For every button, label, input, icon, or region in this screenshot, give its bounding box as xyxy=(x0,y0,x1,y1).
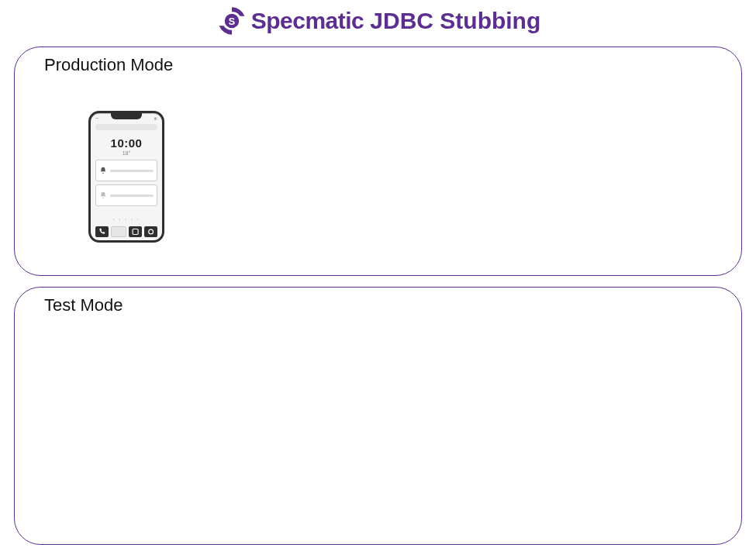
phone-time: 10:00 xyxy=(91,136,162,150)
page-header: S Specmatic JDBC Stubbing xyxy=(0,0,756,37)
production-panel: Production Mode •••▮▯ 10:00 18° • • • • … xyxy=(14,46,742,276)
production-panel-label: Production Mode xyxy=(44,55,173,75)
svg-rect-2 xyxy=(133,229,138,235)
bell-icon xyxy=(99,188,107,202)
svg-text:S: S xyxy=(229,16,235,27)
phone-app-icon xyxy=(111,226,126,237)
phone-notification-card xyxy=(95,184,157,206)
phone-page-dots: • • • • • xyxy=(91,217,162,222)
phone-weather: 18° xyxy=(91,150,162,156)
test-panel-label: Test Mode xyxy=(44,295,123,315)
phone-illustration: •••▮▯ 10:00 18° • • • • • xyxy=(88,111,164,243)
placeholder-line xyxy=(110,170,154,172)
phone-dock xyxy=(95,226,157,237)
phone-app-icon xyxy=(144,226,157,237)
brand-name: Specmatic xyxy=(251,8,364,34)
phone-app-icon xyxy=(95,226,109,237)
bell-icon xyxy=(99,164,107,177)
test-panel: Test Mode xyxy=(14,287,742,545)
phone-app-icon xyxy=(129,226,142,237)
phone-status-bar: •••▮▯ xyxy=(95,116,157,120)
brand-logo: S Specmatic xyxy=(216,5,364,37)
specmatic-logo-icon: S xyxy=(216,5,248,37)
phone-notification-card xyxy=(95,160,157,181)
page-title: JDBC Stubbing xyxy=(370,8,540,34)
placeholder-line xyxy=(110,195,154,197)
phone-search-bar xyxy=(95,124,157,130)
svg-point-3 xyxy=(148,229,153,234)
